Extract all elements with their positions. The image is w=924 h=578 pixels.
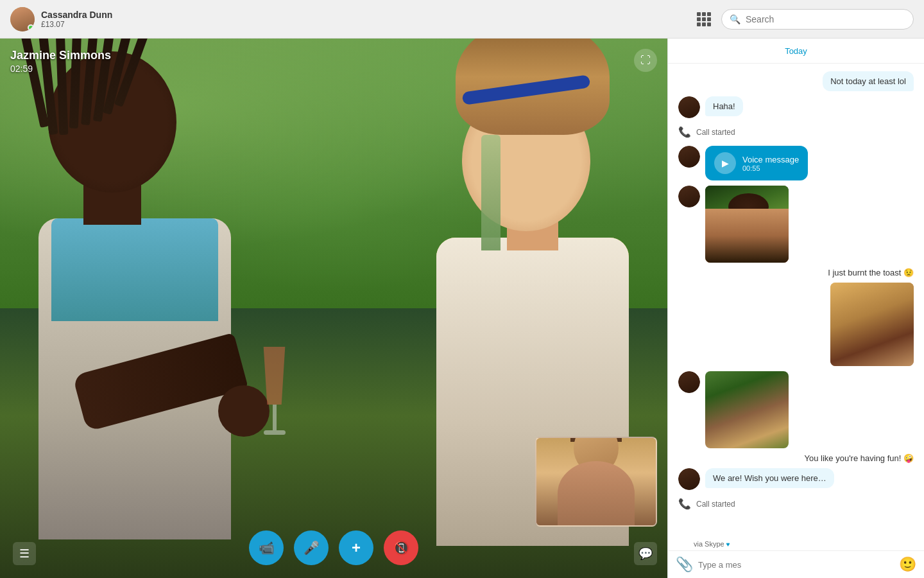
message-9-avatar: [678, 468, 700, 490]
avatar-dark-5: [678, 468, 700, 490]
mic-icon: 🎤: [304, 540, 320, 556]
message-2: Haha!: [705, 96, 743, 116]
camera-icon: 📹: [259, 540, 275, 556]
video-toggle-button[interactable]: 📹: [249, 530, 284, 565]
avatar-dark-2: [678, 146, 700, 168]
user-text: Cassandra Dunn £13.07: [41, 10, 112, 29]
voice-message-row: ▶ Voice message 00:55: [678, 146, 914, 180]
image-message-3-row: [678, 371, 914, 448]
apps-button[interactable]: [694, 10, 714, 29]
message-2-row: Haha!: [678, 96, 914, 118]
message-9-row: We are! Wish you were here…: [678, 468, 914, 490]
sidebar-toggle-button[interactable]: ☰: [13, 542, 36, 565]
avatar-dark-1: [678, 96, 700, 118]
image-thumbnail-3[interactable]: [705, 371, 789, 448]
p1-collar: [51, 218, 218, 321]
menu-icon: ☰: [19, 547, 30, 561]
chat-icon: 💬: [638, 547, 653, 561]
chat-panel: Today Not today at least lol Haha! 📞 Cal…: [667, 39, 924, 578]
end-call-button[interactable]: 📵: [384, 530, 418, 565]
image-1-avatar: [678, 186, 700, 207]
message-9: We are! Wish you were here…: [705, 468, 834, 488]
chat-header: Today: [668, 39, 924, 64]
attach-button[interactable]: 📎: [676, 556, 693, 573]
image-message-2-row: [830, 283, 914, 366]
voice-message-avatar: [678, 146, 700, 168]
via-skype-text: via Skype: [694, 540, 724, 548]
avatar-dark-3: [678, 186, 700, 207]
self-view-body: [558, 461, 635, 525]
search-icon: 🔍: [730, 14, 740, 24]
system-message-1: 📞 Call started: [678, 126, 914, 138]
system-message-2-text: Call started: [696, 500, 735, 509]
voice-label: Voice message: [742, 155, 799, 164]
chat-messages[interactable]: Not today at least lol Haha! 📞 Call star…: [668, 64, 924, 540]
video-area: Jazmine Simmons 02:59 ⛶ 📹 🎤 + 📵: [0, 39, 667, 578]
call-controls: 📹 🎤 + 📵: [249, 530, 418, 565]
champagne-glass: [257, 347, 292, 450]
call-info: Jazmine Simmons 02:59: [10, 49, 111, 74]
voice-duration: 00:55: [742, 164, 799, 172]
avatar-dark-4: [678, 371, 700, 393]
image-thumbnail-1[interactable]: [705, 186, 789, 263]
message-1: Not today at least lol: [823, 71, 914, 91]
add-icon: +: [352, 539, 361, 557]
image-message-1-row: [678, 186, 914, 263]
phone-icon-1: 📞: [678, 126, 691, 138]
chat-icon-button[interactable]: 💬: [634, 542, 657, 565]
main-content: Jazmine Simmons 02:59 ⛶ 📹 🎤 + 📵: [0, 39, 924, 578]
voice-message: ▶ Voice message 00:55: [705, 146, 808, 180]
play-voice-button[interactable]: ▶: [714, 152, 736, 174]
topbar: Cassandra Dunn £13.07 🔍: [0, 0, 924, 39]
person1-silhouette: [0, 51, 334, 539]
message-fun-text: You like you're having fun! 🤪: [805, 453, 914, 463]
add-participant-button[interactable]: +: [339, 530, 373, 565]
end-call-icon: 📵: [393, 540, 409, 556]
chat-date-label: Today: [785, 46, 807, 56]
chat-footer-wrapper: via Skype ♥ 📎 🙂: [668, 540, 924, 578]
heart-icon: ♥: [726, 541, 730, 548]
voice-info: Voice message 00:55: [742, 155, 799, 172]
search-bar[interactable]: 🔍: [721, 9, 914, 30]
user-credit: £13.07: [41, 20, 112, 29]
grid-icon: [697, 12, 711, 26]
message-9-text: We are! Wish you were here…: [713, 473, 826, 483]
search-input[interactable]: [746, 14, 905, 24]
message-toast-text: I just burnt the toast 😟: [828, 268, 914, 277]
user-info: Cassandra Dunn £13.07: [10, 7, 112, 31]
image-3-avatar: [678, 371, 700, 393]
online-indicator: [28, 24, 34, 31]
phone-icon-2: 📞: [678, 498, 691, 510]
image-thumbnail-2[interactable]: [830, 283, 914, 366]
call-contact-name: Jazmine Simmons: [10, 49, 111, 62]
via-skype-label: via Skype ♥: [694, 540, 924, 550]
emoji-button[interactable]: 🙂: [899, 556, 916, 573]
message-input[interactable]: [698, 560, 894, 570]
message-2-text: Haha!: [713, 101, 735, 111]
call-timer: 02:59: [10, 64, 111, 74]
system-message-1-text: Call started: [696, 128, 735, 137]
message-2-avatar: [678, 96, 700, 118]
expand-button[interactable]: ⛶: [634, 49, 657, 72]
chat-footer: 📎 🙂: [668, 550, 924, 578]
message-fun: You like you're having fun! 🤪: [805, 453, 914, 463]
system-message-2: 📞 Call started: [678, 498, 914, 510]
user-name: Cassandra Dunn: [41, 10, 112, 20]
mic-toggle-button[interactable]: 🎤: [294, 530, 329, 565]
message-toast: I just burnt the toast 😟: [828, 268, 914, 277]
message-1-text: Not today at least lol: [830, 76, 906, 86]
avatar: [10, 7, 35, 31]
self-view-thumbnail: [535, 437, 657, 527]
